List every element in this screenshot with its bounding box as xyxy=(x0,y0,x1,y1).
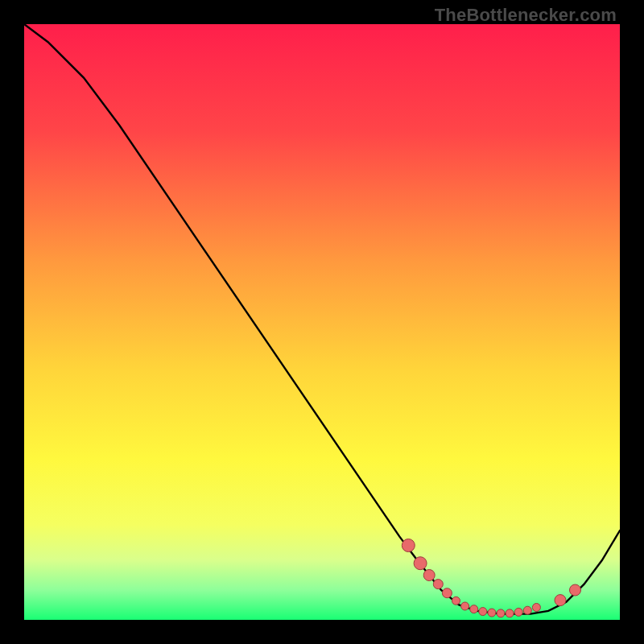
highlight-dot xyxy=(532,604,540,612)
plot-area xyxy=(24,24,620,620)
highlight-dot xyxy=(479,608,487,616)
highlight-dot xyxy=(523,606,531,614)
highlight-dot xyxy=(470,605,478,613)
watermark-text: TheBottlenecker.com xyxy=(435,5,617,26)
gradient-rect xyxy=(24,24,620,620)
highlight-dot xyxy=(433,580,443,589)
highlight-dot xyxy=(452,597,460,605)
highlight-dot xyxy=(488,609,496,617)
highlight-dot xyxy=(414,557,427,570)
highlight-dot xyxy=(402,539,415,552)
highlight-dot xyxy=(570,584,581,596)
chart-stage: TheBottlenecker.com xyxy=(0,0,644,644)
highlight-dot xyxy=(506,609,514,617)
highlight-dot xyxy=(461,602,469,610)
chart-svg xyxy=(24,24,620,620)
highlight-dot xyxy=(555,595,566,606)
highlight-dot xyxy=(442,588,452,598)
highlight-dot xyxy=(497,609,505,617)
highlight-dot xyxy=(514,608,522,616)
highlight-dot xyxy=(423,570,435,581)
